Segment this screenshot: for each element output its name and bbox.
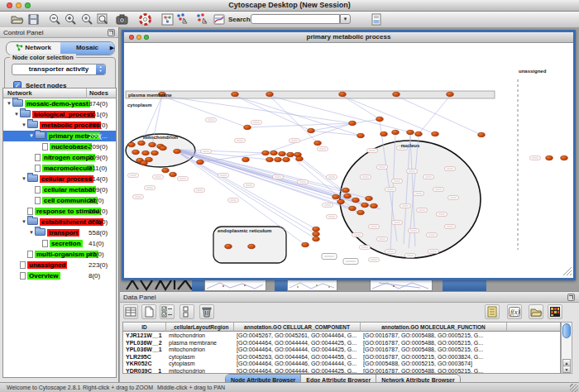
attribute-editor-icon[interactable]: [485, 304, 500, 319]
table-row[interactable]: YDR039C__1mitochondrion[GO:0044464, GO:0…: [123, 367, 560, 374]
attribute-table[interactable]: ID_cellularLayoutRegionannotation.GO CEL…: [122, 322, 561, 374]
network-node[interactable]: [266, 157, 274, 161]
new-attribute-icon[interactable]: [141, 304, 156, 319]
network-node[interactable]: [371, 203, 378, 208]
network-node[interactable]: [376, 117, 384, 121]
tree-expand-icon[interactable]: ▼: [21, 174, 27, 184]
vizmapper-icon[interactable]: [213, 12, 227, 26]
network-view-window[interactable]: primary metabolic process plasma membran…: [122, 30, 576, 280]
float-panel-icon[interactable]: [567, 294, 575, 301]
network-node[interactable]: [337, 199, 345, 203]
network-edge[interactable]: [235, 96, 361, 136]
network-node[interactable]: [275, 157, 282, 161]
tree-row[interactable]: secretion41(0): [3, 238, 116, 249]
table-cell[interactable]: [GO:0044464, GO:0044444, GO:0044425, G..…: [234, 367, 361, 374]
tree-item-label[interactable]: Overview: [27, 272, 60, 280]
network-canvas[interactable]: plasma membranecytoplasmmitochondrionnuc…: [124, 43, 573, 278]
filter-icon[interactable]: [370, 12, 384, 26]
network-node[interactable]: [349, 121, 356, 125]
open-icon[interactable]: [10, 12, 24, 26]
zoom-fit-icon[interactable]: [96, 12, 110, 26]
select-attributes-icon[interactable]: [160, 304, 175, 319]
tree-col-network[interactable]: Network: [7, 88, 32, 98]
network-node[interactable]: [380, 131, 388, 136]
network-edge[interactable]: [266, 123, 352, 153]
background-window[interactable]: [370, 279, 433, 291]
tree-item-label[interactable]: transport: [47, 229, 79, 237]
zoom-out-icon[interactable]: [48, 12, 62, 26]
help-icon[interactable]: [138, 12, 152, 26]
tree-expand-icon[interactable]: ▼: [21, 120, 27, 131]
network-node[interactable]: [366, 196, 373, 200]
tab-mosaic[interactable]: Mosaic: [60, 42, 114, 55]
tree-expand-icon[interactable]: ▼: [28, 227, 35, 238]
tree-item-label[interactable]: mosaic-demo-yeast: [25, 100, 90, 108]
matrix-icon[interactable]: [548, 304, 562, 319]
network-node[interactable]: [270, 151, 278, 155]
network-node[interactable]: [344, 194, 352, 198]
tree-row[interactable]: nitrogen compo209(0): [3, 152, 116, 163]
background-window[interactable]: [287, 279, 337, 291]
layout-b-icon[interactable]: [195, 12, 209, 26]
tree-row[interactable]: response to stimulu264(0): [3, 206, 116, 217]
network-edge[interactable]: [342, 96, 435, 134]
tree-expand-icon[interactable]: ▼: [13, 109, 20, 120]
tree-row[interactable]: ▼transport558(0): [3, 227, 116, 238]
plasma-membrane-region[interactable]: [126, 91, 495, 98]
network-node[interactable]: [141, 160, 148, 165]
network-node[interactable]: [262, 151, 270, 155]
tree-item-label[interactable]: unassigned: [27, 261, 67, 269]
network-node[interactable]: [546, 155, 553, 160]
tree-item-label[interactable]: cellular process: [40, 175, 93, 183]
network-node[interactable]: [197, 160, 204, 164]
tree-row[interactable]: ▼metabolic process280(0): [3, 120, 116, 131]
tree-col-nodes[interactable]: Nodes: [89, 88, 108, 98]
network-edge[interactable]: [342, 96, 380, 119]
network-node[interactable]: [357, 133, 365, 137]
background-window-edge[interactable]: [275, 279, 287, 291]
network-node[interactable]: [138, 141, 146, 145]
network-edge[interactable]: [299, 159, 347, 196]
background-window-edge[interactable]: [192, 279, 204, 291]
tab-overflow-arrow-icon[interactable]: ▶: [108, 41, 117, 54]
table-header-cell[interactable]: ID: [123, 323, 166, 332]
network-node[interactable]: [447, 92, 454, 96]
network-node[interactable]: [225, 244, 232, 248]
network-edge[interactable]: [396, 96, 481, 135]
scrollbar-thumb[interactable]: [562, 323, 571, 338]
network-node[interactable]: [314, 141, 322, 145]
tree-expand-icon[interactable]: ▼: [6, 98, 12, 109]
table-cell[interactable]: YDR039C__1: [123, 367, 166, 374]
tree-row[interactable]: macromolecule311(0): [3, 163, 116, 174]
table-cell[interactable]: [GO:0016787, GO:0005488, GO:0005215, G..…: [361, 367, 507, 374]
network-node[interactable]: [142, 151, 150, 155]
float-panel-icon[interactable]: [108, 29, 115, 36]
network-edge[interactable]: [247, 123, 352, 127]
unselect-attributes-icon[interactable]: [179, 304, 194, 319]
network-node[interactable]: [308, 128, 315, 132]
network-node[interactable]: [415, 131, 423, 136]
network-node[interactable]: [151, 151, 159, 155]
tree-item-label[interactable]: macromolecule: [42, 165, 94, 172]
network-node[interactable]: [432, 131, 439, 136]
nucleus-region[interactable]: [340, 141, 481, 258]
network-node[interactable]: [393, 92, 400, 96]
network-node[interactable]: [244, 125, 251, 129]
network-node[interactable]: [296, 156, 304, 160]
tree-item-label[interactable]: biological_process: [32, 111, 95, 118]
tree-row[interactable]: ▼biological_process651(0): [3, 109, 116, 120]
network-node[interactable]: [248, 244, 256, 248]
network-node[interactable]: [339, 92, 347, 96]
tree-row[interactable]: ▼primary metabo209(...: [3, 131, 116, 141]
tree-row[interactable]: cell communicat22(0): [3, 195, 116, 206]
background-window[interactable]: [204, 279, 266, 291]
network-node[interactable]: [342, 188, 350, 192]
snapshot-icon[interactable]: [115, 12, 129, 26]
network-node[interactable]: [333, 194, 340, 198]
network-node[interactable]: [232, 92, 239, 96]
network-node[interactable]: [266, 92, 274, 96]
network-graph[interactable]: plasma membranecytoplasmmitochondrionnuc…: [124, 43, 573, 278]
layout-a-icon[interactable]: [175, 12, 189, 26]
network-node[interactable]: [302, 242, 309, 246]
window-resize-grip[interactable]: [570, 384, 578, 392]
